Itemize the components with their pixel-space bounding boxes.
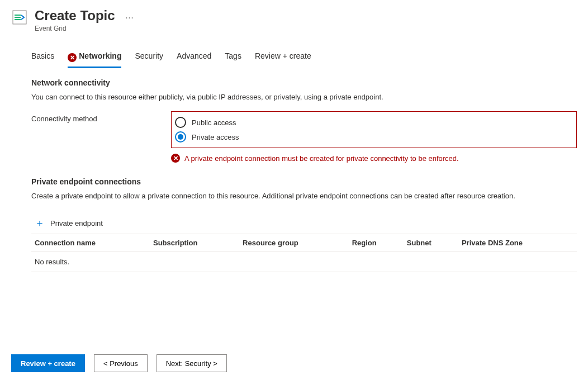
- connectivity-method-label: Connectivity method: [31, 111, 171, 123]
- next-button[interactable]: Next: Security >: [157, 354, 227, 372]
- review-create-button[interactable]: Review + create: [11, 354, 85, 372]
- previous-button[interactable]: < Previous: [94, 354, 148, 372]
- private-endpoint-description: Create a private endpoint to allow a pri…: [31, 192, 577, 200]
- col-region[interactable]: Region: [349, 234, 404, 252]
- private-endpoint-table: Connection name Subscription Resource gr…: [31, 234, 577, 272]
- section-private-endpoint-title: Private endpoint connections: [31, 177, 577, 186]
- more-actions-button[interactable]: …: [122, 8, 136, 20]
- col-private-dns-zone[interactable]: Private DNS Zone: [458, 234, 577, 252]
- section-network-connectivity-title: Network connectivity: [31, 78, 577, 87]
- radio-private-access[interactable]: Private access: [175, 130, 572, 144]
- table-row: No results.: [31, 252, 577, 272]
- col-subscription[interactable]: Subscription: [150, 234, 239, 252]
- event-grid-icon: [11, 9, 28, 26]
- tab-basics[interactable]: Basics: [31, 47, 54, 68]
- network-connectivity-description: You can connect to this resource either …: [31, 93, 577, 101]
- page-title: Create Topic: [35, 8, 115, 23]
- wizard-tabs: Basics ✕Networking Security Advanced Tag…: [31, 47, 577, 68]
- tab-tags[interactable]: Tags: [225, 47, 241, 68]
- col-connection-name[interactable]: Connection name: [31, 234, 150, 252]
- add-private-endpoint-label: Private endpoint: [50, 219, 103, 227]
- col-resource-group[interactable]: Resource group: [239, 234, 349, 252]
- radio-icon: [175, 117, 186, 128]
- radio-public-label: Public access: [186, 118, 236, 127]
- error-icon: ✕: [171, 154, 180, 163]
- tab-security[interactable]: Security: [135, 47, 163, 68]
- tab-networking[interactable]: ✕Networking: [68, 47, 121, 68]
- col-subnet[interactable]: Subnet: [404, 234, 458, 252]
- empty-message: No results.: [31, 252, 577, 272]
- validation-message: ✕ A private endpoint connection must be …: [171, 154, 577, 163]
- radio-icon: [175, 131, 186, 142]
- error-icon: ✕: [68, 53, 77, 62]
- plus-icon: ＋: [35, 218, 45, 228]
- tab-advanced[interactable]: Advanced: [177, 47, 211, 68]
- radio-private-label: Private access: [186, 133, 239, 141]
- tab-networking-label: Networking: [79, 51, 121, 60]
- validation-text: A private endpoint connection must be cr…: [184, 154, 459, 163]
- tab-review-create[interactable]: Review + create: [255, 47, 311, 68]
- add-private-endpoint-button[interactable]: ＋ Private endpoint: [31, 210, 577, 234]
- connectivity-method-radio-group: Public access Private access: [171, 111, 577, 148]
- page-subtitle: Event Grid: [35, 25, 115, 32]
- radio-public-access[interactable]: Public access: [175, 115, 572, 130]
